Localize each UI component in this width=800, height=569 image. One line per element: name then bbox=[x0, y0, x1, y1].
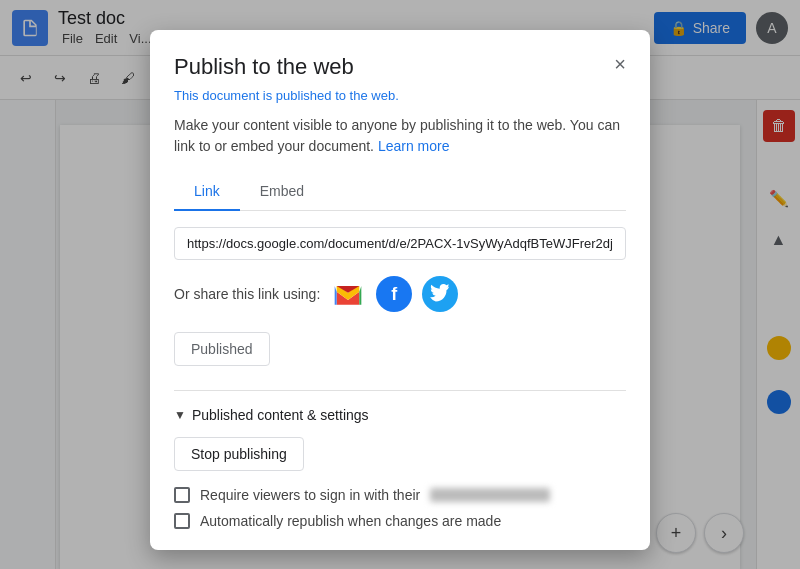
checkbox-row-2: Automatically republish when changes are… bbox=[174, 513, 626, 529]
gmail-share-icon[interactable] bbox=[330, 276, 366, 312]
url-input-wrapper bbox=[174, 227, 626, 260]
tab-embed[interactable]: Embed bbox=[240, 173, 324, 211]
chevron-down-icon: ▼ bbox=[174, 408, 186, 422]
stop-publishing-button[interactable]: Stop publishing bbox=[174, 437, 304, 471]
tab-bar: Link Embed bbox=[174, 173, 626, 211]
published-notice: This document is published to the web. bbox=[174, 88, 626, 103]
checkbox-signin[interactable] bbox=[174, 487, 190, 503]
modal-overlay: Publish to the web × This document is pu… bbox=[0, 0, 800, 569]
checkbox-row-1: Require viewers to sign in with their bbox=[174, 487, 626, 503]
modal-description: Make your content visible to anyone by p… bbox=[174, 115, 626, 157]
blurred-domain-text bbox=[430, 488, 550, 502]
checkbox-republish[interactable] bbox=[174, 513, 190, 529]
close-button[interactable]: × bbox=[614, 54, 626, 74]
publish-modal: Publish to the web × This document is pu… bbox=[150, 30, 650, 550]
divider bbox=[174, 390, 626, 391]
learn-more-link[interactable]: Learn more bbox=[378, 138, 450, 154]
tab-link[interactable]: Link bbox=[174, 173, 240, 211]
section-title: Published content & settings bbox=[192, 407, 369, 423]
checkbox-republish-label: Automatically republish when changes are… bbox=[200, 513, 501, 529]
modal-header: Publish to the web × bbox=[174, 54, 626, 80]
checkbox-signin-label: Require viewers to sign in with their bbox=[200, 487, 420, 503]
url-input[interactable] bbox=[187, 236, 613, 251]
published-status-button: Published bbox=[174, 332, 270, 366]
twitter-share-icon[interactable] bbox=[422, 276, 458, 312]
share-label: Or share this link using: bbox=[174, 286, 320, 302]
facebook-share-icon[interactable]: f bbox=[376, 276, 412, 312]
share-links-row: Or share this link using: f bbox=[174, 276, 626, 312]
modal-title: Publish to the web bbox=[174, 54, 354, 80]
section-header[interactable]: ▼ Published content & settings bbox=[174, 407, 626, 423]
